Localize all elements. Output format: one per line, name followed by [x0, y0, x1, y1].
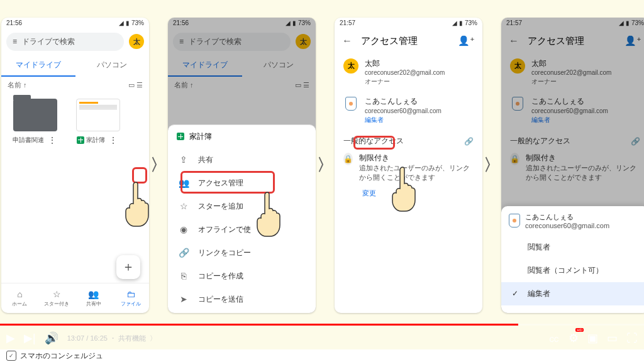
lock-icon: 🔒 — [343, 153, 353, 165]
video-time: 13:07 / 16:25 ・ 共有機能 〉 — [67, 334, 157, 343]
general-access-section: 一般的なアクセス🔗 — [335, 129, 482, 149]
sheets-icon — [177, 133, 184, 140]
settings-icon[interactable]: ⚙ — [569, 331, 579, 345]
role-commenter[interactable]: 閲覧者（コメント可） — [501, 259, 644, 282]
menu-copylink[interactable]: 🔗リンクをコピー — [168, 241, 316, 265]
sheet-title: 家計簿 — [189, 131, 212, 142]
video-controls: ▶ ▶| 🔊 13:07 / 16:25 ・ 共有機能 〉 ㏄ ⚙ ▣ ▭ ⛶ — [0, 326, 644, 351]
avatar[interactable]: 太 — [129, 34, 144, 49]
highlight-more — [132, 167, 147, 184]
phone-4: 21:57◢▮73% ←アクセス管理👤⁺ 太太郎coreconuser202@g… — [501, 18, 644, 313]
page-title: アクセス管理 — [361, 35, 449, 47]
check-icon: ✓ — [510, 289, 520, 298]
user-editor[interactable]: こあこんしぇるcoreconuser60@gmail.com編集者 — [335, 91, 482, 129]
link-icon[interactable]: 🔗 — [464, 137, 474, 146]
role-remove[interactable]: ✕削除 — [501, 305, 644, 313]
folder-icon — [13, 99, 57, 131]
miniplayer-icon[interactable]: ▣ — [587, 331, 598, 345]
captions-icon[interactable]: ㏄ — [548, 331, 560, 346]
arrow-icon: 〉 — [150, 154, 167, 176]
volume-icon[interactable]: 🔊 — [45, 331, 58, 345]
channel-badge-icon: ✓ — [6, 351, 16, 361]
nav-files[interactable]: 🗀ファイル — [112, 283, 149, 313]
menu-access[interactable]: 👥アクセス管理 — [168, 172, 316, 195]
access-header: ← アクセス管理 👤⁺ — [335, 29, 482, 53]
menu-offline[interactable]: ◉オフラインで使 — [168, 218, 316, 241]
role-popup: こあこんしぇるcoreconuser60@gmail.com 閲覧者 閲覧者（コ… — [501, 206, 644, 313]
nav-star[interactable]: ☆スター付き — [38, 283, 75, 313]
back-icon[interactable]: ← — [342, 35, 352, 47]
more-icon[interactable]: ⋮ — [107, 135, 119, 145]
bottom-nav: ⌂ホーム ☆スター付き 👥共有中 🗀ファイル — [1, 283, 149, 313]
fab-add[interactable]: ＋ — [116, 255, 140, 279]
avatar-icon — [509, 214, 520, 228]
menu-share[interactable]: ⇪共有 — [168, 148, 316, 172]
sort-header[interactable]: 名前 ↑▭ ☰ — [1, 77, 149, 94]
file-folder[interactable]: 申請書関連⋮ — [10, 99, 60, 145]
video-title-row: ✓ スマホのコンシェルジュ — [0, 349, 644, 362]
phone-1: 21:56 ◢▮73% ≡ ドライブで検索 太 マイドライブ パソコン 名前 ↑… — [1, 18, 149, 313]
menu-openwith[interactable]: ⊞アプリで開く — [168, 311, 316, 313]
doc-thumb — [76, 99, 120, 131]
hand-pointer-icon — [125, 178, 149, 229]
role-popup-header: こあこんしぇるcoreconuser60@gmail.com — [501, 206, 644, 236]
sheets-icon — [77, 136, 84, 144]
tab-pc[interactable]: パソコン — [75, 55, 150, 77]
menu-icon[interactable]: ≡ — [13, 37, 17, 46]
file-sheet[interactable]: 家計簿⋮ — [73, 99, 123, 145]
avatar: 太 — [343, 58, 358, 74]
menu-makecopy[interactable]: ⎘コピーを作成 — [168, 265, 316, 288]
menu-sendcopy[interactable]: ➤コピーを送信 — [168, 288, 316, 311]
status-bar: 21:56 ◢▮73% — [1, 18, 149, 29]
role-viewer[interactable]: 閲覧者 — [501, 236, 644, 259]
add-person-icon[interactable]: 👤⁺ — [458, 35, 475, 47]
menu-star[interactable]: ☆スターを追加 — [168, 195, 316, 218]
theater-icon[interactable]: ▭ — [607, 331, 618, 345]
nav-home[interactable]: ⌂ホーム — [1, 283, 38, 313]
phone-2: 21:56◢▮73% ≡ドライブで検索 太 マイドライブパソコン 名前 ↑▭ ☰… — [168, 18, 316, 313]
restricted-row[interactable]: 🔒 制限付き追加されたユーザーのみが、リンクから開くことができます — [335, 149, 482, 186]
arrow-icon: 〉 — [317, 154, 333, 176]
video-title: スマホのコンシェルジュ — [20, 351, 103, 361]
more-icon[interactable]: ⋮ — [46, 135, 58, 145]
tab-mydrive[interactable]: マイドライブ — [1, 55, 75, 77]
close-icon: ✕ — [510, 312, 520, 313]
next-icon[interactable]: ▶| — [24, 331, 36, 345]
drive-tabs: マイドライブ パソコン — [1, 55, 149, 77]
change-link[interactable]: 変更 — [335, 186, 482, 198]
bottom-sheet: 家計簿 ⇪共有 👥アクセス管理 ☆スターを追加 ◉オフラインで使 🔗リンクをコピ… — [168, 124, 316, 313]
user-owner: 太 太郎coreconuser202@gmail.comオーナー — [335, 53, 482, 92]
avatar-icon — [343, 96, 358, 111]
search-input[interactable]: ≡ ドライブで検索 — [6, 33, 124, 51]
fullscreen-icon[interactable]: ⛶ — [626, 332, 638, 345]
role-editor[interactable]: ✓編集者 — [501, 282, 644, 305]
search-placeholder: ドライブで検索 — [22, 36, 75, 47]
nav-shared[interactable]: 👥共有中 — [75, 283, 113, 313]
phone-3: 21:57◢▮73% ← アクセス管理 👤⁺ 太 太郎coreconuser20… — [335, 18, 482, 313]
arrow-icon: 〉 — [484, 154, 500, 176]
play-icon[interactable]: ▶ — [6, 331, 15, 345]
